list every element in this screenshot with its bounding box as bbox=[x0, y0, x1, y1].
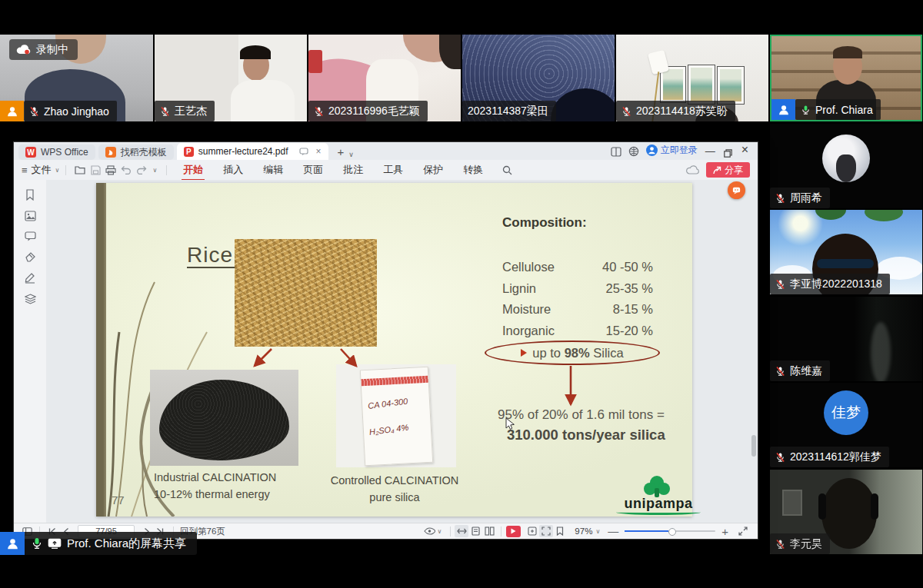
participant-nameplate: 陈维嘉 bbox=[770, 360, 830, 381]
video-tile-liyuanhao[interactable]: 李元昊 bbox=[770, 470, 922, 554]
recording-badge: 录制中 bbox=[9, 39, 78, 60]
split-view-icon[interactable] bbox=[611, 147, 621, 157]
participant-nameplate: Zhao Jinghao bbox=[24, 101, 117, 121]
fullscreen-button[interactable] bbox=[736, 525, 750, 537]
stamp-layers-icon[interactable] bbox=[25, 294, 36, 304]
video-tile-wangyijie[interactable]: 王艺杰 bbox=[155, 35, 307, 121]
new-tab-button[interactable]: + bbox=[338, 145, 345, 158]
menu-tab-home[interactable]: 开始 bbox=[183, 163, 203, 177]
avatar-initials: 佳梦 bbox=[831, 403, 861, 423]
headphone-ear bbox=[818, 493, 826, 520]
wps-logo-icon: W bbox=[25, 147, 36, 158]
redo-button[interactable] bbox=[134, 162, 149, 178]
participant-nameplate: 李亚博2022201318 bbox=[770, 274, 890, 294]
cloud-sync-icon[interactable] bbox=[685, 162, 700, 178]
highlight-tag-icon[interactable] bbox=[25, 251, 36, 262]
menu-tab-protect[interactable]: 保护 bbox=[423, 163, 443, 177]
zoom-out-button[interactable]: — bbox=[608, 525, 618, 537]
menu-tab-edit[interactable]: 编辑 bbox=[263, 163, 283, 177]
close-window-button[interactable]: × bbox=[741, 143, 748, 157]
video-tile-suxiaopan[interactable]: 2023114418苏笑盼 bbox=[616, 35, 768, 121]
participant-name: 2023114418苏笑盼 bbox=[636, 105, 728, 118]
foliage bbox=[815, 210, 846, 220]
search-icon[interactable] bbox=[499, 162, 515, 178]
minimize-button[interactable]: — bbox=[705, 145, 715, 157]
recording-label: 录制中 bbox=[36, 43, 68, 57]
screen-share-indicator[interactable]: Prof. Chiara的屏幕共享 bbox=[0, 532, 197, 555]
composition-table: Cellulose40 -50 % Lignin25-35 % Moisture… bbox=[502, 257, 653, 341]
cloud-record-icon bbox=[16, 45, 31, 55]
video-tile-liangtian[interactable]: 2023114387梁田 bbox=[462, 35, 615, 121]
tab-list-chevron-icon[interactable]: ∨ bbox=[348, 151, 354, 158]
restore-window-button[interactable] bbox=[724, 149, 732, 158]
video-tile-maoyiying[interactable]: 2023116996毛艺颖 bbox=[308, 35, 461, 121]
fit-screen-button[interactable] bbox=[539, 525, 553, 537]
participant-nameplate: 2023114387梁田 bbox=[462, 101, 556, 121]
menu-tab-tools[interactable]: 工具 bbox=[383, 163, 403, 177]
bag-handwritten-label: CA 04-300 bbox=[368, 394, 435, 411]
print-button[interactable] bbox=[103, 162, 118, 178]
zoom-level-value[interactable]: 97% bbox=[575, 527, 592, 536]
read-mode-eye-icon[interactable] bbox=[422, 525, 436, 537]
zoom-in-button[interactable]: + bbox=[721, 525, 728, 538]
fit-page-button[interactable] bbox=[525, 525, 539, 537]
video-tile-guojiameng[interactable]: 佳梦 2023114612郭佳梦 bbox=[770, 383, 922, 467]
window-tab-bar: W WPS Office 找稻壳模板 P summer-lecture24.pd… bbox=[14, 142, 758, 160]
participant-glasses bbox=[817, 259, 874, 268]
video-tile-zhao-jinghao[interactable]: 录制中 Zhao Jinghao bbox=[0, 35, 153, 121]
right-photo-caption: Controlled CALCINATION pure silica bbox=[325, 472, 464, 507]
bookmark-icon[interactable] bbox=[25, 189, 35, 201]
zoom-chevron-icon[interactable]: ∨ bbox=[595, 528, 600, 535]
foliage bbox=[865, 210, 903, 221]
file-menu[interactable]: ≡ 文件 ∨ bbox=[22, 163, 59, 177]
person-icon bbox=[6, 105, 18, 118]
settings-globe-icon[interactable] bbox=[628, 146, 639, 157]
menu-tab-comment[interactable]: 批注 bbox=[343, 163, 363, 177]
bookmark-flag-button[interactable] bbox=[553, 525, 567, 537]
tab-wps-home[interactable]: W WPS Office bbox=[18, 145, 95, 160]
wps-office-window: W WPS Office 找稻壳模板 P summer-lecture24.pd… bbox=[14, 142, 758, 539]
participant-name: Prof. Chiara bbox=[815, 104, 873, 116]
menu-tab-insert[interactable]: 插入 bbox=[223, 163, 243, 177]
read-mode-chevron-icon[interactable]: ∨ bbox=[437, 528, 442, 535]
tab-summer-lecture24-pdf[interactable]: P summer-lecture24.pdf × bbox=[177, 143, 328, 160]
zoom-slider-thumb[interactable] bbox=[668, 528, 676, 536]
menu-tab-page[interactable]: 页面 bbox=[303, 163, 323, 177]
tab-close-icon[interactable]: × bbox=[316, 146, 322, 157]
video-tile-liyabo[interactable]: 李亚博2022201318 bbox=[770, 210, 922, 294]
fit-width-button[interactable] bbox=[455, 525, 468, 537]
pen-annotate-icon[interactable] bbox=[25, 272, 35, 284]
dim-highlight bbox=[871, 322, 891, 381]
wall-painting bbox=[718, 67, 744, 104]
wps-assistant-badge[interactable] bbox=[728, 181, 745, 199]
participant-hair bbox=[240, 45, 271, 59]
video-tile-zhouyuxi[interactable]: 周雨希 bbox=[770, 124, 922, 208]
participant-shirt bbox=[231, 80, 295, 121]
avatar-badge bbox=[0, 101, 24, 121]
participant-hair bbox=[439, 35, 461, 69]
menu-tab-convert[interactable]: 转换 bbox=[463, 163, 483, 177]
play-slideshow-button[interactable] bbox=[506, 526, 521, 537]
vertical-scrollbar[interactable] bbox=[751, 435, 756, 457]
comment-icon[interactable] bbox=[25, 231, 36, 241]
thumbnails-icon[interactable] bbox=[25, 211, 36, 221]
share-button[interactable]: 分享 bbox=[706, 162, 750, 178]
undo-button[interactable] bbox=[118, 162, 134, 178]
participant-nameplate: 2023114612郭佳梦 bbox=[770, 447, 889, 467]
zoom-slider[interactable] bbox=[625, 530, 715, 532]
tab-label: WPS Office bbox=[41, 147, 88, 158]
video-tile-prof-chiara-active-speaker[interactable]: Prof. Chiara bbox=[770, 35, 922, 121]
tab-comment-icon[interactable] bbox=[299, 148, 308, 156]
two-page-view-button[interactable] bbox=[482, 525, 496, 537]
more-tools-chevron-icon[interactable]: ∨ bbox=[152, 167, 157, 174]
rice-husk-photo bbox=[235, 239, 377, 347]
participant-name: 2023114612郭佳梦 bbox=[790, 450, 881, 464]
open-folder-button[interactable] bbox=[72, 162, 88, 178]
participant-name: 王艺杰 bbox=[175, 105, 207, 118]
silica-highlight-ellipse: up to 98% Silica bbox=[485, 341, 660, 365]
tab-docer-templates[interactable]: 找稻壳模板 bbox=[98, 145, 174, 160]
single-page-view-button[interactable] bbox=[468, 525, 482, 537]
save-button[interactable] bbox=[88, 162, 103, 178]
login-button[interactable]: 立即登录 bbox=[646, 144, 698, 157]
video-tile-chenweijia[interactable]: 陈维嘉 bbox=[770, 297, 922, 381]
